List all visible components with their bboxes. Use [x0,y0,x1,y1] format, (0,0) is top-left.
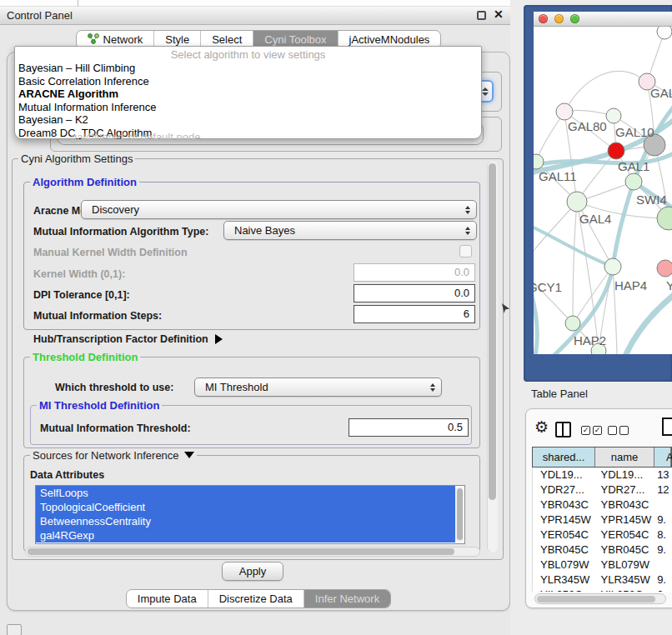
table-hscrollbar-thumb[interactable] [537,596,655,602]
mi-type-combo[interactable]: Naive Bayes [223,221,477,240]
network-edge-thick[interactable] [625,295,672,354]
dropdown-item[interactable]: Basic Correlation Inference [15,75,481,88]
table-row[interactable]: YLR345WYLR345W9. [533,572,672,588]
combo-spinner-icon [465,227,470,235]
which-threshold-value: MI Threshold [205,381,268,393]
network-node[interactable] [606,108,621,123]
network-window-titlebar[interactable] [534,12,672,27]
dropdown-item[interactable]: Mutual Information Inference [15,101,481,114]
network-edge[interactable] [534,269,573,323]
settings-hscrollbar-thumb[interactable] [28,548,454,555]
dpi-tolerance-field[interactable]: 0.0 [354,284,475,302]
table-row[interactable]: YIL052CYIL052C0. [533,588,672,592]
settings-scrollbar-thumb[interactable] [489,163,496,500]
dropdown-item[interactable]: Bayesian – Hill Climbing [15,62,481,75]
table-cell: 9. [655,512,672,528]
minimized-panel-icon[interactable] [7,624,22,635]
tab-infer-network[interactable]: Infer Network [303,590,390,608]
minimize-light-icon[interactable] [554,14,564,23]
network-edge[interactable] [534,202,577,269]
column-header[interactable]: A [654,448,671,467]
table-row[interactable]: YBL079WYBL079W [533,558,672,572]
select-all-icon[interactable]: ✓ [581,426,590,435]
zoom-light-icon[interactable] [570,14,579,23]
dropdown-item[interactable]: ARACNE Algorithm [15,88,481,101]
table-row[interactable]: YPR145WYPR145W9. [533,512,672,528]
attribute-item[interactable]: gal4RGexp [36,528,455,542]
dpi-tolerance-label: DPI Tolerance [0,1]: [33,289,130,301]
kernel-width-field[interactable]: 0.0 [354,263,475,282]
sources-title[interactable]: Sources for Network Inference [30,449,197,462]
gear-icon[interactable]: ⚙ [534,419,549,436]
close-icon[interactable]: ✕ [494,8,504,21]
control-panel-titlebar[interactable] [0,7,517,25]
table-cell: YBL079W [596,558,656,572]
network-node[interactable] [657,27,672,39]
document-icon[interactable] [662,418,672,436]
network-node[interactable] [657,260,672,277]
table-cell: YBR043C [533,498,596,512]
mi-steps-field[interactable]: 6 [354,305,475,323]
spinner-down-icon [482,92,489,96]
table-row[interactable]: YBR043CYBR043C [533,498,672,512]
node-label: HAP2 [574,333,606,348]
table-panel-title: Table Panel [531,388,588,400]
attribute-item[interactable]: BetweennessCentrality [36,514,455,528]
table-row[interactable]: YER054CYER054C8. [533,528,672,542]
float-window-icon[interactable] [477,11,486,20]
network-node[interactable] [567,192,587,212]
tab-label: Discretize Data [219,592,293,605]
aracne-mode-combo[interactable]: Discovery [81,200,477,219]
table-row[interactable]: YDR27...YDR27...12 [533,482,672,498]
table-cell: YER054C [596,528,656,542]
network-node[interactable] [604,258,621,275]
table-row[interactable]: YBR045CYBR045C9. [533,542,672,558]
network-graph[interactable]: GALGAL80GAL10GAL1GAL11SWI4GAL4HAP4YGCY1H… [534,27,672,354]
hub-definition-toggle[interactable]: Hub/Transcription Factor Definition [33,333,223,345]
network-edge[interactable] [534,162,536,269]
select-none-icon[interactable] [619,426,629,435]
table-cell: YBR045C [533,542,596,558]
data-attributes-label: Data Attributes [30,469,104,481]
network-node[interactable] [556,103,573,120]
column-header[interactable]: name [595,448,654,467]
combo-spinner-icon [430,383,435,392]
network-node[interactable] [565,316,580,331]
network-edge[interactable] [573,202,577,323]
table-body: YDL19...YDL19...13YDR27...YDR27...12YBR0… [532,468,672,592]
select-all-icon[interactable]: ✓ [593,426,602,435]
manual-kernel-checkbox[interactable] [459,245,472,258]
network-node[interactable] [657,207,672,230]
table-cell: YDL19... [533,468,596,482]
attribute-item[interactable]: SelfLoops [36,486,455,500]
table-cell: YIL052C [533,588,596,592]
table-cell: YDR27... [596,482,656,498]
split-columns-divider [562,423,564,436]
table-cell: YPR145W [533,512,596,528]
data-attributes-list[interactable]: SelfLoopsTopologicalCoefficientBetweenne… [35,485,465,544]
mi-threshold-field[interactable]: 0.5 [349,418,469,437]
select-none-icon[interactable] [608,426,617,435]
apply-button[interactable]: Apply [222,562,283,581]
algorithm-dropdown-list[interactable]: Select algorithm to view settings Bayesi… [14,46,482,139]
top-strip-divider [78,0,78,7]
tab-impute-data[interactable]: Impute Data [127,590,208,608]
dropdown-item[interactable]: Bayesian – K2 [15,113,481,127]
tab-discretize-data[interactable]: Discretize Data [208,590,303,608]
attribute-item[interactable]: TopologicalCoefficient [36,500,455,514]
network-node[interactable] [608,142,624,159]
network-edge[interactable] [564,71,647,112]
node-label: SWI4 [636,192,667,207]
close-light-icon[interactable] [539,14,548,23]
table-cell: 0. [655,588,672,592]
which-threshold-combo[interactable]: MI Threshold [194,378,442,397]
column-header[interactable]: shared... [533,448,595,467]
attributes-scrollbar-thumb[interactable] [457,488,463,540]
network-node[interactable] [625,173,642,190]
network-canvas[interactable]: GALGAL80GAL10GAL1GAL11SWI4GAL4HAP4YGCY1H… [534,27,672,354]
spinner-up-icon [482,88,489,91]
aracne-mode-value: Discovery [92,203,139,216]
tab-label: Style [165,33,189,46]
table-row[interactable]: YDL19...YDL19...13 [533,468,672,482]
node-label: GAL11 [539,169,577,183]
